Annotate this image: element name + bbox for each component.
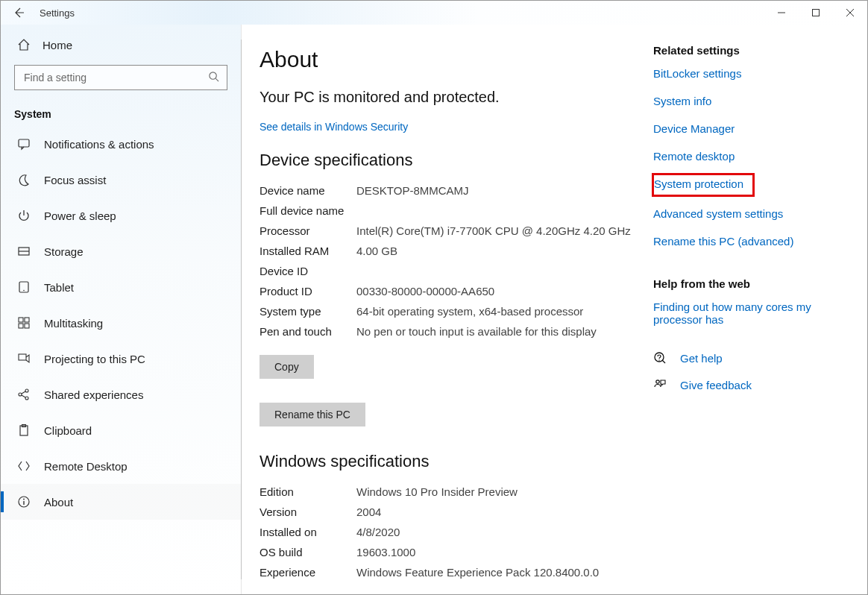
sidebar-item-storage[interactable]: Storage [1, 233, 241, 269]
spec-label: Processor [260, 224, 356, 237]
minimize-button[interactable] [764, 1, 799, 25]
spec-row: EditionWindows 10 Pro Insider Preview [260, 482, 632, 502]
get-help-link[interactable]: Get help [680, 352, 723, 365]
feedback-icon [653, 378, 667, 391]
page-title: About [260, 47, 632, 72]
spec-value [356, 265, 632, 277]
minimize-icon [777, 8, 786, 17]
rename-pc-button[interactable]: Rename this PC [260, 403, 365, 426]
spec-row: ProcessorIntel(R) Core(TM) i7-7700K CPU … [260, 221, 632, 241]
spec-label: Installed on [260, 526, 356, 538]
sidebar-item-label: Power & sleep [44, 210, 116, 222]
multitask-icon [17, 316, 31, 330]
maximize-button[interactable] [799, 1, 833, 25]
sidebar-item-label: Clipboard [44, 424, 92, 437]
help-link[interactable]: Finding out how many cores my processor … [653, 300, 835, 326]
spec-row: OS build19603.1000 [260, 542, 632, 562]
svg-rect-8 [19, 324, 23, 328]
spec-value: 4.00 GB [356, 245, 632, 257]
help-icon [653, 351, 667, 365]
give-feedback-row[interactable]: Give feedback [653, 378, 835, 391]
sidebar-item-clipboard[interactable]: Clipboard [1, 412, 241, 448]
help-heading: Help from the web [653, 277, 835, 290]
windows-spec-table: EditionWindows 10 Pro Insider PreviewVer… [260, 482, 632, 582]
highlight-annotation: System protection [652, 173, 755, 197]
sidebar-item-label: Focus assist [44, 174, 106, 186]
home-icon [17, 38, 31, 51]
spec-label: Device ID [260, 265, 356, 277]
windows-security-link[interactable]: See details in Windows Security [260, 121, 632, 133]
spec-value: Intel(R) Core(TM) i7-7700K CPU @ 4.20GHz… [356, 224, 632, 237]
related-link[interactable]: BitLocker settings [653, 67, 835, 80]
related-link[interactable]: Rename this PC (advanced) [653, 235, 835, 248]
arrow-left-icon [13, 7, 25, 19]
spec-label: Version [260, 506, 356, 518]
related-link[interactable]: System info [653, 95, 835, 107]
svg-point-1 [210, 72, 216, 79]
spec-row: ExperienceWindows Feature Experience Pac… [260, 562, 632, 582]
maximize-icon [811, 8, 820, 17]
sidebar-item-focus-assist[interactable]: Focus assist [1, 162, 241, 198]
spec-value: DESKTOP-8MMCAMJ [356, 184, 632, 197]
window-title: Settings [37, 1, 75, 25]
sidebar-item-projecting[interactable]: Projecting to this PC [1, 341, 241, 377]
svg-rect-7 [25, 318, 29, 322]
svg-point-11 [19, 393, 22, 396]
sidebar-item-label: About [44, 496, 73, 509]
close-button[interactable] [833, 1, 867, 25]
svg-point-13 [25, 397, 28, 400]
spec-value: 4/8/2020 [356, 526, 632, 538]
remote-icon [17, 459, 31, 473]
spec-label: Product ID [260, 285, 356, 298]
spec-value: 00330-80000-00000-AA650 [356, 285, 632, 298]
spec-label: Device name [260, 184, 356, 197]
sidebar-item-notifications[interactable]: Notifications & actions [1, 126, 241, 162]
spec-label: OS build [260, 546, 356, 558]
sidebar-item-home[interactable]: Home [1, 25, 241, 59]
sidebar-item-power-sleep[interactable]: Power & sleep [1, 198, 241, 233]
sidebar-item-multitasking[interactable]: Multitasking [1, 305, 241, 341]
search-field[interactable] [22, 71, 208, 84]
search-input[interactable] [14, 65, 227, 90]
spec-row: Installed on4/8/2020 [260, 522, 632, 542]
spec-value: 64-bit operating system, x64-based proce… [356, 305, 632, 318]
svg-rect-6 [19, 318, 23, 322]
info-icon [17, 495, 31, 509]
sidebar-item-about[interactable]: About [1, 484, 241, 520]
sidebar-item-remote-desktop[interactable]: Remote Desktop [1, 448, 241, 484]
sidebar-item-label: Storage [44, 245, 84, 258]
give-feedback-link[interactable]: Give feedback [680, 379, 752, 391]
device-spec-heading: Device specifications [260, 151, 632, 170]
sidebar-item-label: Notifications & actions [44, 138, 154, 151]
related-link[interactable]: Advanced system settings [653, 207, 835, 220]
back-button[interactable] [1, 1, 37, 25]
spec-label: Full device name [260, 204, 356, 217]
copy-device-spec-button[interactable]: Copy [260, 355, 314, 379]
related-link[interactable]: Remote desktop [653, 150, 835, 163]
svg-point-17 [23, 499, 25, 500]
protection-status: Your PC is monitored and protected. [260, 89, 632, 106]
svg-point-19 [658, 359, 659, 360]
spec-value: Windows Feature Experience Pack 120.8400… [356, 566, 632, 579]
sidebar-item-tablet[interactable]: Tablet [1, 269, 241, 305]
spec-row: Device ID [260, 261, 632, 281]
related-settings-aside: Related settings BitLocker settingsSyste… [653, 25, 850, 594]
sidebar-item-label: Shared experiences [44, 388, 143, 401]
get-help-row[interactable]: Get help [653, 351, 835, 365]
sidebar-section-label: System [1, 101, 241, 126]
related-link[interactable]: Device Manager [653, 122, 835, 135]
sidebar-item-label: Tablet [44, 281, 74, 294]
related-link[interactable]: System protection [654, 177, 743, 190]
spec-row: Device nameDESKTOP-8MMCAMJ [260, 180, 632, 201]
svg-rect-10 [19, 354, 26, 360]
moon-icon [17, 173, 31, 186]
search-icon [208, 71, 219, 84]
spec-value: No pen or touch input is available for t… [356, 325, 632, 338]
sidebar-item-shared-exp[interactable]: Shared experiences [1, 377, 241, 412]
spec-label: System type [260, 305, 356, 318]
spec-row: Pen and touchNo pen or touch input is av… [260, 321, 632, 341]
windows-spec-heading: Windows specifications [260, 452, 632, 471]
spec-value: 19603.1000 [356, 546, 632, 558]
close-icon [846, 8, 855, 17]
device-spec-table: Device nameDESKTOP-8MMCAMJFull device na… [260, 180, 632, 341]
